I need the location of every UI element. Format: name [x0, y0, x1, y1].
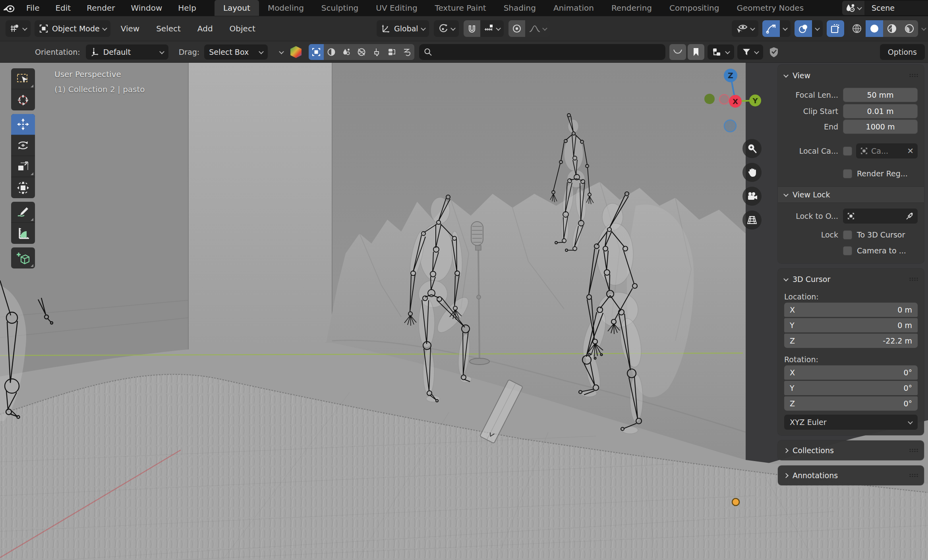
drag-mode-dropdown[interactable]: Select Box	[204, 44, 268, 60]
3d-cursor-panel-header[interactable]: 3D Cursor	[778, 271, 924, 288]
shading-wireframe-button[interactable]	[848, 20, 866, 37]
camera-to-view-checkbox[interactable]	[843, 246, 852, 255]
scene-selector[interactable]: Scene	[842, 1, 928, 15]
clear-icon[interactable]: ✕	[907, 146, 914, 156]
proportional-falloff-dropdown[interactable]	[525, 20, 550, 37]
gizmo-settings-dropdown[interactable]	[780, 20, 791, 37]
orthographic-toggle-button[interactable]	[742, 210, 762, 230]
3d-viewport[interactable]: User Perspective (1) Collection 2 | past…	[0, 63, 928, 560]
blender-logo-icon[interactable]	[0, 0, 18, 16]
cursor-rotation-z[interactable]: Z0°	[784, 396, 918, 411]
bookmark-button[interactable]	[688, 44, 704, 60]
to-3d-cursor-checkbox[interactable]	[843, 230, 852, 239]
panel-grip[interactable]	[909, 473, 918, 477]
filter-material-toggle[interactable]	[339, 44, 354, 60]
menu-window[interactable]: Window	[123, 0, 170, 16]
axis-neg-z-handle[interactable]	[724, 120, 736, 132]
view-lock-subpanel-header[interactable]: View Lock	[778, 186, 924, 203]
lock-to-object-field[interactable]	[843, 209, 918, 224]
shading-material-button[interactable]	[883, 20, 901, 37]
menu-add[interactable]: Add	[191, 24, 219, 33]
snap-settings-dropdown[interactable]	[480, 20, 504, 37]
menu-edit[interactable]: Edit	[47, 0, 79, 16]
focal-length-field[interactable]: 50 mm	[843, 88, 918, 102]
filter-dropdown[interactable]	[737, 44, 763, 60]
mode-dropdown[interactable]: Object Mode	[35, 20, 110, 37]
tab-geometry-nodes[interactable]: Geometry Nodes	[728, 0, 812, 16]
tab-texture-paint[interactable]: Texture Paint	[426, 0, 495, 16]
filter-brush-toggle[interactable]	[369, 44, 384, 60]
filter-select-toggle[interactable]	[309, 44, 324, 60]
tool-transform[interactable]	[11, 177, 35, 198]
filter-world-toggle[interactable]	[354, 44, 369, 60]
scene-browse-button[interactable]	[842, 1, 864, 15]
overlays-settings-dropdown[interactable]	[812, 20, 823, 37]
cursor-location-x[interactable]: X0 m	[784, 303, 918, 317]
collections-panel[interactable]: Collections	[778, 440, 924, 460]
menu-view[interactable]: View	[114, 24, 146, 33]
view-panel-header[interactable]: View	[778, 67, 924, 84]
axis-gizmo[interactable]: Z X Y	[703, 66, 771, 137]
pivot-point-dropdown[interactable]	[434, 20, 459, 37]
orientation-default-dropdown[interactable]: Default	[86, 44, 168, 60]
object-origin-dot[interactable]	[732, 498, 739, 506]
panel-grip[interactable]	[909, 277, 918, 281]
show-gizmo-toggle[interactable]	[762, 20, 780, 37]
search-bar[interactable]	[419, 44, 665, 60]
local-camera-checkbox[interactable]	[843, 147, 852, 156]
show-overlays-toggle[interactable]	[795, 20, 812, 37]
menu-help[interactable]: Help	[170, 0, 204, 16]
proportional-edit-toggle[interactable]	[508, 20, 525, 37]
pan-button[interactable]	[742, 163, 762, 182]
shield-check-icon[interactable]	[769, 46, 779, 58]
tool-annotate[interactable]	[11, 202, 35, 223]
axis-neg-y-handle[interactable]	[704, 94, 715, 104]
shading-dropdown-chevron[interactable]	[921, 25, 926, 31]
filter-shading-toggle[interactable]	[324, 44, 339, 60]
tab-sculpting[interactable]: Sculpting	[313, 0, 367, 16]
cursor-rotation-y[interactable]: Y0°	[784, 381, 918, 395]
shading-solid-button[interactable]	[866, 20, 883, 37]
tool-add-cube[interactable]	[11, 247, 35, 268]
annotations-panel[interactable]: Annotations	[778, 465, 924, 485]
rotation-mode-dropdown[interactable]: XYZ Euler	[784, 415, 918, 430]
shading-rendered-button[interactable]	[901, 20, 918, 37]
tab-rendering[interactable]: Rendering	[603, 0, 661, 16]
tool-select-box[interactable]	[11, 68, 35, 89]
panel-grip[interactable]	[909, 73, 918, 77]
cursor-location-y[interactable]: Y0 m	[784, 318, 918, 332]
zoom-button[interactable]	[742, 139, 762, 158]
menu-render[interactable]: Render	[79, 0, 123, 16]
filter-curve-toggle[interactable]	[399, 44, 414, 60]
camera-view-button[interactable]	[742, 187, 762, 206]
clip-end-field[interactable]: 1000 m	[843, 120, 918, 134]
tab-shading[interactable]: Shading	[495, 0, 545, 16]
tab-animation[interactable]: Animation	[545, 0, 603, 16]
snap-toggle[interactable]	[464, 20, 480, 37]
tab-compositing[interactable]: Compositing	[661, 0, 728, 16]
editor-type-button[interactable]	[6, 20, 31, 37]
panel-collapse-chevron[interactable]	[279, 49, 284, 54]
display-mode-dropdown[interactable]	[708, 44, 734, 60]
menu-select[interactable]: Select	[150, 24, 187, 33]
menu-file[interactable]: File	[18, 0, 47, 16]
workspace-cube-icon[interactable]	[290, 45, 302, 59]
tool-measure[interactable]	[11, 223, 35, 244]
visibility-dropdown[interactable]	[732, 20, 758, 37]
tool-rotate[interactable]	[11, 135, 35, 156]
cursor-rotation-x[interactable]: X0°	[784, 365, 918, 380]
panel-grip[interactable]	[909, 448, 918, 452]
tool-scale[interactable]	[11, 156, 35, 177]
tool-move[interactable]	[11, 114, 35, 135]
tab-layout[interactable]: Layout	[215, 0, 259, 16]
cursor-location-z[interactable]: Z-22.2 m	[784, 334, 918, 348]
filter-collection-toggle[interactable]	[384, 44, 399, 60]
clip-start-field[interactable]: 0.01 m	[843, 104, 918, 118]
menu-object[interactable]: Object	[223, 24, 262, 33]
falloff-shape-button[interactable]	[669, 44, 686, 60]
eyedropper-icon[interactable]	[906, 212, 914, 220]
tab-uv-editing[interactable]: UV Editing	[367, 0, 426, 16]
local-camera-field[interactable]: Ca... ✕	[856, 143, 918, 158]
search-input[interactable]	[435, 47, 661, 57]
scene-name[interactable]: Scene	[864, 1, 928, 15]
